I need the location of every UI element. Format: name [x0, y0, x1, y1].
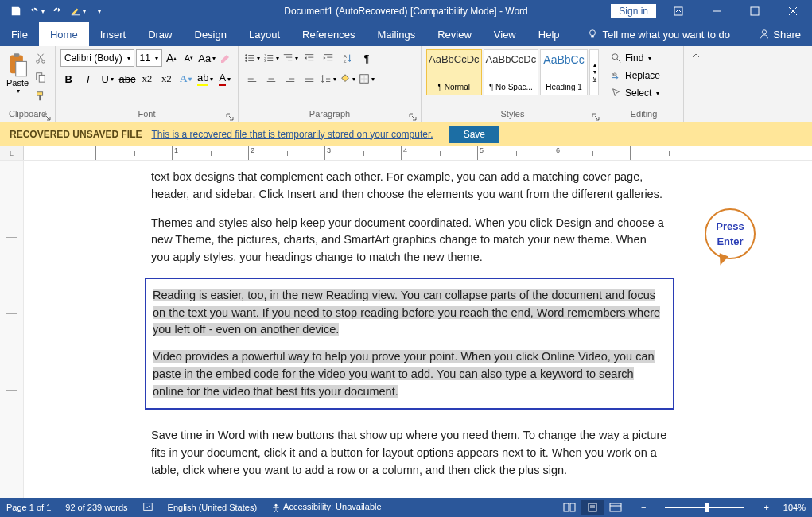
style-normal[interactable]: AaBbCcDc¶ Normal: [426, 49, 482, 95]
press-enter-callout: PressEnter: [705, 208, 756, 259]
paragraph[interactable]: text box designs that complement each ot…: [151, 169, 668, 204]
read-mode-icon[interactable]: [558, 500, 581, 515]
bullets-icon[interactable]: ▾: [243, 49, 261, 67]
sign-in-button[interactable]: Sign in: [611, 4, 656, 18]
tab-review[interactable]: Review: [426, 22, 483, 46]
grow-font-icon[interactable]: A▴: [164, 49, 180, 67]
tab-insert[interactable]: Insert: [89, 22, 138, 46]
select-icon: [611, 87, 622, 99]
zoom-in-button[interactable]: +: [763, 503, 768, 512]
tab-mailings[interactable]: Mailings: [367, 22, 427, 46]
tab-selector[interactable]: L: [0, 146, 24, 160]
sort-icon[interactable]: AZ: [339, 49, 356, 67]
qat-customize-icon[interactable]: ▾: [89, 2, 108, 21]
zoom-slider[interactable]: [665, 507, 744, 508]
style-heading-1[interactable]: AaBbCcHeading 1: [540, 49, 588, 95]
align-center-icon[interactable]: [262, 70, 280, 87]
borders-icon[interactable]: ▾: [358, 70, 375, 87]
tab-view[interactable]: View: [483, 22, 527, 46]
close-icon[interactable]: [777, 0, 809, 22]
msgbar-save-button[interactable]: Save: [449, 126, 499, 143]
text-effects-icon[interactable]: A▾: [177, 70, 194, 87]
zoom-level[interactable]: 104%: [783, 503, 806, 512]
font-color-icon[interactable]: A▾: [216, 70, 233, 87]
subscript-button[interactable]: x2: [138, 70, 155, 87]
font-size-combo[interactable]: 11▾: [136, 49, 162, 67]
paragraph[interactable]: Themes and styles also help keep your do…: [151, 215, 668, 266]
font-dialog-launcher[interactable]: [226, 110, 235, 119]
underline-button[interactable]: U▾: [99, 70, 116, 87]
find-button[interactable]: Find▾: [609, 49, 678, 67]
paragraph[interactable]: Save time in Word with new buttons that …: [151, 427, 668, 479]
styles-dialog-launcher[interactable]: [592, 110, 601, 119]
web-layout-icon[interactable]: [604, 500, 627, 515]
tab-design[interactable]: Design: [184, 22, 238, 46]
highlighter-icon[interactable]: ▾: [68, 2, 87, 21]
increase-indent-icon[interactable]: [320, 49, 337, 67]
italic-button[interactable]: I: [80, 70, 97, 87]
word-count-status[interactable]: 92 of 239 words: [65, 503, 127, 512]
zoom-out-button[interactable]: −: [641, 503, 646, 512]
redo-icon[interactable]: [48, 2, 67, 21]
tab-file[interactable]: File: [0, 22, 39, 46]
multilevel-list-icon[interactable]: ▾: [282, 49, 299, 67]
align-left-icon[interactable]: [243, 70, 261, 87]
language-status[interactable]: English (United States): [168, 503, 258, 512]
strikethrough-button[interactable]: abc: [119, 70, 136, 87]
styles-gallery-more[interactable]: ▴▾⊻: [589, 49, 599, 95]
numbering-icon[interactable]: 123▾: [262, 49, 280, 67]
clipboard-dialog-launcher[interactable]: [43, 110, 52, 119]
paragraph-dialog-launcher[interactable]: [409, 110, 418, 119]
copy-icon[interactable]: [32, 68, 49, 86]
msgbar-link[interactable]: This is a recovered file that is tempora…: [151, 129, 433, 140]
svg-rect-65: [570, 503, 575, 511]
svg-rect-7: [591, 36, 594, 38]
ribbon-options-icon[interactable]: [662, 0, 694, 22]
tell-me-label: Tell me what you want to do: [603, 29, 730, 41]
format-painter-icon[interactable]: [32, 87, 49, 105]
clear-formatting-icon[interactable]: [217, 49, 233, 67]
maximize-icon[interactable]: [739, 0, 771, 22]
line-spacing-icon[interactable]: ▾: [320, 70, 337, 87]
undo-icon[interactable]: ▾: [27, 2, 46, 21]
bold-button[interactable]: B: [60, 70, 77, 87]
save-icon[interactable]: [6, 2, 25, 21]
replace-button[interactable]: abReplace: [609, 67, 678, 84]
document-page[interactable]: PressEnter text box designs that complem…: [72, 161, 748, 498]
font-name-combo[interactable]: Calibri (Body)▾: [60, 49, 134, 67]
view-buttons: [558, 500, 627, 515]
paragraph[interactable]: Reading is easier, too, in the new Readi…: [153, 287, 666, 339]
decrease-indent-icon[interactable]: [301, 49, 318, 67]
share-button[interactable]: Share: [748, 22, 812, 46]
justify-icon[interactable]: [301, 70, 318, 87]
tab-draw[interactable]: Draw: [137, 22, 183, 46]
quick-access-toolbar: ▾ ▾ ▾: [0, 2, 108, 21]
align-right-icon[interactable]: [282, 70, 299, 87]
paste-button[interactable]: Paste▾: [5, 49, 30, 105]
tab-layout[interactable]: Layout: [238, 22, 291, 46]
vertical-ruler[interactable]: [0, 161, 24, 498]
print-layout-icon[interactable]: [581, 500, 604, 515]
shading-icon[interactable]: ▾: [339, 70, 356, 87]
horizontal-ruler[interactable]: L 1 2 3 4 5 6: [0, 146, 812, 161]
highlight-color-icon[interactable]: ab▾: [197, 70, 214, 87]
cut-icon[interactable]: [32, 49, 49, 67]
tab-home[interactable]: Home: [39, 22, 89, 46]
shrink-font-icon[interactable]: A▾: [181, 49, 197, 67]
paragraph[interactable]: Video provides a powerful way to help yo…: [153, 348, 666, 400]
collapse-ribbon-icon[interactable]: [684, 46, 708, 122]
share-icon: [759, 29, 770, 40]
page-number-status[interactable]: Page 1 of 1: [6, 503, 51, 512]
superscript-button[interactable]: x2: [158, 70, 175, 87]
tab-references[interactable]: References: [291, 22, 366, 46]
show-marks-icon[interactable]: ¶: [358, 49, 375, 67]
change-case-icon[interactable]: Aa▾: [198, 49, 216, 67]
tell-me-search[interactable]: Tell me what you want to do: [587, 22, 748, 46]
accessibility-status[interactable]: Accessibility: Unavailable: [271, 502, 382, 512]
page-scroll[interactable]: PressEnter text box designs that complem…: [24, 161, 812, 498]
tab-help[interactable]: Help: [527, 22, 571, 46]
select-button[interactable]: Select▾: [609, 84, 678, 102]
spell-check-icon[interactable]: [142, 501, 153, 514]
style-no-spacing[interactable]: AaBbCcDc¶ No Spac...: [484, 49, 539, 95]
minimize-icon[interactable]: [701, 0, 732, 22]
